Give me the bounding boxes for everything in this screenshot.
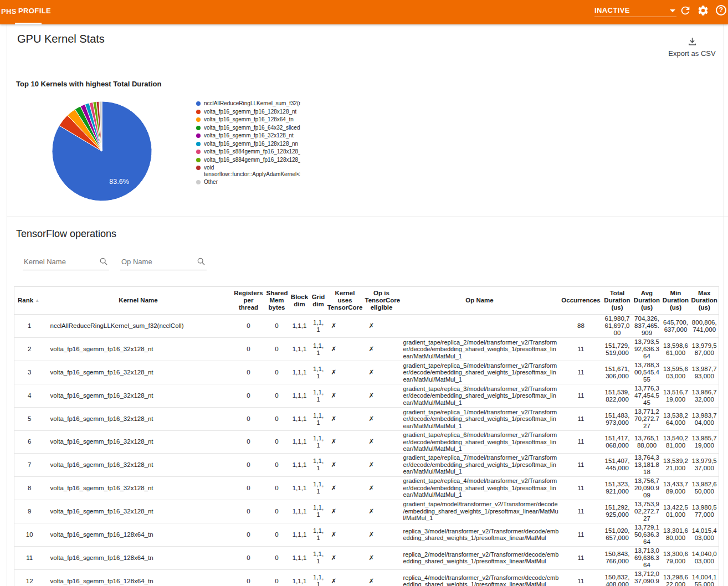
kernel-duration-pie-chart[interactable]: 83.6%	[47, 99, 157, 204]
tf-operations-title: TensorFlow operations	[16, 228, 116, 240]
cell-num: 11	[560, 453, 602, 476]
legend-item: volta_fp16_sgemm_fp16_64x32_sliced1x4_nt	[196, 125, 300, 131]
content-left-border	[7, 24, 7, 586]
cell-num: 0	[265, 569, 289, 586]
page-title: GPU Kernel Stats	[17, 33, 105, 45]
cell-dur: 151,729,519,000	[602, 338, 633, 361]
op-name-filter	[120, 255, 207, 270]
cell-num: 1,1,1	[311, 338, 326, 361]
cell-dur: 13,300,679,000	[662, 546, 690, 569]
cell-op: gradient_tape/replica_4/model/transforme…	[399, 476, 560, 500]
column-header-kernel-name[interactable]: Kernel Name	[45, 287, 232, 315]
cell-num: 1,1,1	[289, 315, 311, 338]
legend-item: Other	[196, 179, 300, 186]
column-header-op-is-tensorcore-eligible[interactable]: Op is TensorCore eligible	[364, 287, 399, 315]
cell-dur: 13,713,069,636.364	[633, 546, 662, 569]
cell-dur: 151,417,068,000	[602, 431, 633, 454]
column-header-op-name[interactable]: Op Name	[399, 287, 560, 315]
search-icon[interactable]	[99, 257, 108, 266]
column-header-block-dim[interactable]: Block dim	[289, 287, 311, 315]
cell-rank: 2	[14, 338, 45, 361]
cell-num: 1,1,1	[311, 569, 326, 586]
sort-ascending-icon: ▲	[35, 298, 39, 303]
cell-num: 1,1,1	[289, 384, 311, 408]
column-header-avg-duration-us-[interactable]: Avg Duration (us)	[633, 287, 662, 315]
cell-op: gradient_tape/replica_3/model/transforme…	[399, 384, 560, 408]
cell-x: ✗	[364, 384, 399, 408]
tab-profile[interactable]: PROFILE	[18, 7, 51, 15]
scrollbar-track[interactable]	[724, 24, 724, 586]
cell-num: 1,1,1	[289, 453, 311, 476]
cell-dur: 800,806,741,000	[690, 315, 719, 338]
cell-rank: 7	[14, 453, 45, 476]
column-header-max-duration-us-[interactable]: Max Duration (us)	[690, 287, 719, 315]
kernel-name-filter-input[interactable]	[23, 255, 96, 268]
column-header-min-duration-us-[interactable]: Min Duration (us)	[662, 287, 690, 315]
cell-num: 1,1,1	[289, 569, 311, 586]
cell-op: gradient_tape/replica_6/model/transforme…	[399, 431, 560, 454]
table-row: 9volta_fp16_sgemm_fp16_32x128_nt001,1,11…	[14, 500, 719, 523]
cell-num: 1,1,1	[289, 431, 311, 454]
legend-label: volta_fp16_sgemm_fp16_64x32_sliced1x4_nt	[204, 125, 300, 131]
cell-num: 0	[265, 315, 289, 338]
cell-rank: 10	[14, 523, 45, 546]
legend-color-dot	[196, 142, 201, 146]
legend-color-dot	[196, 133, 201, 138]
cell-dur: 13,771,270,272.727	[633, 408, 662, 431]
run-state-dropdown[interactable]: INACTIVE	[594, 4, 676, 17]
cell-op: replica_4/model/transformer_v2/Transform…	[399, 569, 560, 586]
cell-dur: 13,301,680,000	[662, 523, 690, 546]
cell-dur: 704,326,837,465.909	[633, 315, 662, 338]
app-toolbar: PHS PROFILE INACTIVE ?	[0, 0, 728, 24]
export-csv-label: Export as CSV	[667, 49, 717, 58]
column-header-kernel-uses-tensorcore[interactable]: Kernel uses TensorCore	[326, 287, 364, 315]
cell-num: 11	[560, 431, 602, 454]
column-header-rank[interactable]: Rank▲	[14, 287, 45, 315]
cell-x: ✗	[364, 408, 399, 431]
cell-op: gradient_tape/replica_7/model/transforme…	[399, 453, 560, 476]
cell-dur: 13,983,704,000	[690, 408, 719, 431]
cell-op: gradient_tape/replica_2/model/transforme…	[399, 338, 560, 361]
tab-graphs-truncated[interactable]: PHS	[1, 7, 17, 16]
cell-num: 1,1,1	[311, 453, 326, 476]
cell-dur: 151,323,921,000	[602, 476, 633, 500]
column-header-total-duration-us-[interactable]: Total Duration (us)	[602, 287, 633, 315]
cell-num: 11	[560, 476, 602, 500]
column-header-registers-per-thread[interactable]: Registers per thread	[232, 287, 265, 315]
legend-item: volta_fp16_sgemm_fp16_128x128_nt	[196, 109, 300, 115]
cell-kernel: volta_fp16_sgemm_fp16_32x128_nt	[45, 384, 232, 408]
search-icon[interactable]	[197, 257, 206, 266]
legend-color-dot	[196, 101, 201, 106]
cell-dur: 151,539,822,000	[602, 384, 633, 408]
cell-dur: 151,483,973,000	[602, 408, 633, 431]
cell-num: 1,1,1	[289, 500, 311, 523]
legend-label: volta_fp16_sgemm_fp16_128x64_tn	[204, 116, 294, 123]
cell-kernel: volta_fp16_sgemm_fp16_128x64_tn	[45, 569, 232, 586]
cell-dur: 151,407,445,000	[602, 453, 633, 476]
cell-dur: 151,671,306,000	[602, 361, 633, 384]
table-row: 5volta_fp16_sgemm_fp16_32x128_nt001,1,11…	[14, 408, 719, 431]
help-icon[interactable]: ?	[716, 5, 726, 16]
cell-dur: 13,986,732,000	[690, 384, 719, 408]
cell-kernel: volta_fp16_sgemm_fp16_32x128_nt	[45, 338, 232, 361]
table-row: 2volta_fp16_sgemm_fp16_32x128_nt001,1,11…	[14, 338, 719, 361]
column-header-occurrences[interactable]: Occurrences	[560, 287, 602, 315]
cell-x: ✗	[326, 500, 364, 523]
cell-rank: 3	[14, 361, 45, 384]
cell-rank: 6	[14, 431, 45, 454]
column-header-grid-dim[interactable]: Grid dim	[311, 287, 326, 315]
cell-num: 0	[265, 431, 289, 454]
cell-x: ✗	[326, 315, 364, 338]
cell-num: 11	[560, 523, 602, 546]
table-row: 12volta_fp16_sgemm_fp16_128x64_tn001,1,1…	[14, 569, 719, 586]
cell-num: 0	[232, 361, 265, 384]
cell-dur: 13,985,719,000	[690, 431, 719, 454]
cell-rank: 5	[14, 408, 45, 431]
refresh-icon[interactable]	[679, 4, 691, 17]
column-header-shared-mem-bytes[interactable]: Shared Mem bytes	[265, 287, 289, 315]
export-csv-button[interactable]: Export as CSV	[667, 37, 717, 58]
settings-gear-icon[interactable]	[697, 4, 709, 17]
op-name-filter-input[interactable]	[120, 255, 193, 268]
cell-kernel: volta_fp16_sgemm_fp16_32x128_nt	[45, 408, 232, 431]
cell-num: 0	[265, 338, 289, 361]
